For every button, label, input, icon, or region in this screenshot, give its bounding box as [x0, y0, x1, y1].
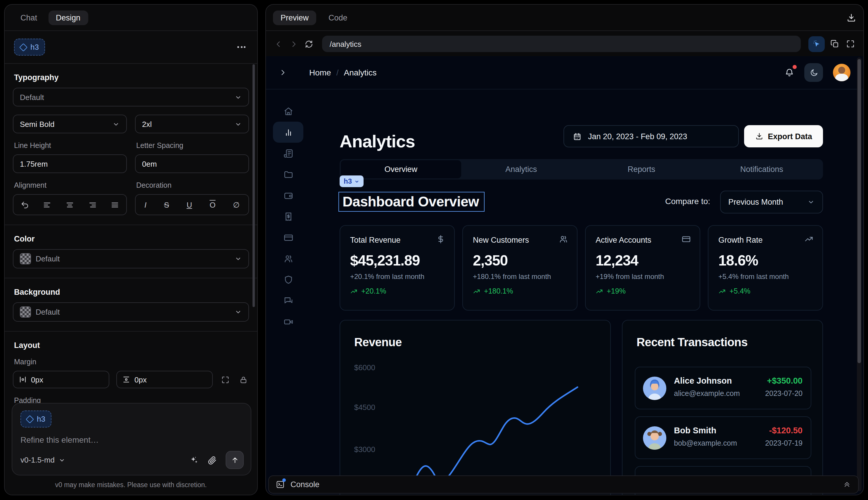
download-icon[interactable]: [846, 13, 856, 23]
disclaimer-text: v0 may make mistakes. Please use with di…: [5, 481, 257, 488]
tab-design[interactable]: Design: [48, 10, 88, 25]
no-decoration-icon[interactable]: ∅: [233, 200, 240, 209]
sparkles-icon[interactable]: [189, 455, 199, 465]
shield-icon: [283, 275, 293, 284]
line-height-value: 1.75rem: [20, 159, 48, 168]
stat-card-new-customers[interactable]: New Customers 2,350 +180.1% from last mo…: [462, 225, 578, 310]
model-select[interactable]: v0-1.5-md: [21, 456, 65, 464]
notification-dot: [792, 65, 797, 69]
selected-heading-outline[interactable]: Dashboard Overview: [338, 192, 485, 212]
chevron-down-icon: [112, 120, 120, 128]
tab-notifications[interactable]: Notifications: [702, 160, 822, 178]
font-family-select[interactable]: Default: [13, 88, 249, 106]
preview-scrollbar-track[interactable]: [857, 57, 861, 491]
more-options-icon[interactable]: [235, 44, 248, 50]
italic-icon[interactable]: I: [144, 200, 147, 209]
strikethrough-icon[interactable]: S: [164, 200, 169, 209]
tab-chat[interactable]: Chat: [13, 10, 45, 25]
console-activity-dot: [282, 478, 286, 482]
notifications-bell-icon[interactable]: [784, 68, 794, 78]
stat-card-active-accounts[interactable]: Active Accounts 12,234 +19% from last mo…: [585, 225, 700, 310]
preview-tabbar: Preview Code: [266, 5, 863, 31]
url-input[interactable]: /analytics: [322, 36, 801, 52]
dark-mode-toggle[interactable]: [804, 63, 823, 82]
composer-element-chip[interactable]: h3: [21, 410, 52, 428]
underline-icon[interactable]: U: [186, 200, 192, 209]
sidebar-item-analytics[interactable]: [273, 122, 303, 143]
compare-label: Compare to:: [665, 196, 710, 206]
copy-icon[interactable]: [829, 38, 841, 50]
sidebar-item-news[interactable]: [273, 143, 303, 164]
fullscreen-icon[interactable]: [845, 38, 856, 50]
font-weight-select[interactable]: Semi Bold: [13, 115, 127, 133]
composer-input[interactable]: Refine this element…: [21, 435, 243, 444]
trend-up-icon: [718, 287, 726, 295]
sidebar-item-files[interactable]: [273, 164, 303, 185]
selected-element-tag: h3: [31, 43, 39, 52]
sidebar-item-video[interactable]: [273, 311, 303, 332]
stat-card-growth-rate[interactable]: Growth Rate 18.6% +5.4% from last month …: [708, 225, 823, 310]
sidebar-toggle-icon[interactable]: [279, 68, 287, 77]
refresh-icon[interactable]: [303, 38, 314, 49]
transaction-row[interactable]: Bob Smith bob@example.com -$120.50 2023-…: [635, 416, 811, 459]
element-selector-chip[interactable]: h3: [339, 175, 363, 187]
model-value: v0-1.5-md: [21, 456, 55, 464]
user-avatar[interactable]: [833, 64, 850, 81]
background-swatch-icon: [20, 306, 31, 318]
overline-icon[interactable]: O: [210, 200, 216, 209]
selected-element-chip[interactable]: h3: [14, 38, 45, 56]
panel-scrollbar[interactable]: [253, 64, 255, 307]
sidebar-item-invoices[interactable]: [273, 206, 303, 227]
letter-spacing-input[interactable]: 0em: [135, 155, 249, 173]
stat-card-total-revenue[interactable]: Total Revenue $45,231.89 +20.1% from las…: [339, 225, 455, 310]
margin-y-value: 0px: [135, 375, 147, 384]
compare-select[interactable]: Previous Month: [720, 191, 823, 214]
sidebar-item-messages[interactable]: [273, 290, 303, 311]
typography-section: Typography Default Semi Bold 2xl Line He…: [5, 64, 257, 225]
margin-lock-icon[interactable]: [238, 374, 249, 385]
console-bar[interactable]: Console: [268, 475, 859, 493]
sidebar-item-security[interactable]: [273, 269, 303, 290]
export-data-button[interactable]: Export Data: [744, 125, 823, 147]
selected-element-row: h3: [5, 31, 257, 64]
align-reset-icon[interactable]: [21, 200, 29, 209]
sidebar-item-wallet[interactable]: [273, 185, 303, 206]
background-select[interactable]: Default: [13, 302, 249, 322]
tab-preview[interactable]: Preview: [273, 10, 316, 25]
align-justify-icon[interactable]: [111, 200, 119, 209]
calendar-icon: [573, 132, 582, 141]
sidebar-item-customers[interactable]: [273, 248, 303, 269]
avatar: [643, 377, 666, 400]
page-title: Analytics: [339, 132, 415, 151]
date-range-picker[interactable]: Jan 20, 2023 - Feb 09, 2023: [564, 125, 739, 147]
background-section: Background Default: [5, 279, 257, 332]
margin-expand-icon[interactable]: [220, 374, 231, 385]
margin-x-input[interactable]: 0px: [13, 371, 109, 388]
url-value: /analytics: [330, 39, 361, 48]
tab-code[interactable]: Code: [321, 10, 355, 25]
tab-analytics[interactable]: Analytics: [461, 160, 582, 178]
preview-scrollbar-thumb[interactable]: [857, 59, 861, 363]
forward-icon[interactable]: [288, 38, 299, 49]
chevron-down-icon: [58, 456, 65, 464]
color-select[interactable]: Default: [13, 249, 249, 269]
stat-change: +5.4% from last month: [718, 273, 812, 281]
font-size-select[interactable]: 2xl: [135, 115, 249, 133]
align-right-icon[interactable]: [88, 200, 97, 209]
align-left-icon[interactable]: [43, 200, 52, 209]
margin-y-input[interactable]: 0px: [116, 371, 213, 388]
sidebar-item-home[interactable]: [273, 101, 303, 122]
tab-reports[interactable]: Reports: [581, 160, 702, 178]
inspect-cursor-icon[interactable]: [808, 36, 825, 52]
submit-button[interactable]: [225, 451, 244, 469]
line-height-input[interactable]: 1.75rem: [13, 155, 127, 173]
chevrons-up-icon[interactable]: [843, 480, 851, 489]
breadcrumb-home[interactable]: Home: [309, 68, 331, 77]
trending-up-icon: [804, 235, 814, 244]
avatar: [643, 426, 666, 450]
transaction-row[interactable]: Alice Johnson alice@example.com +$350.00…: [635, 367, 811, 409]
paperclip-icon[interactable]: [208, 455, 217, 465]
sidebar-item-cards[interactable]: [273, 227, 303, 248]
back-icon[interactable]: [273, 38, 284, 49]
align-center-icon[interactable]: [66, 200, 74, 209]
